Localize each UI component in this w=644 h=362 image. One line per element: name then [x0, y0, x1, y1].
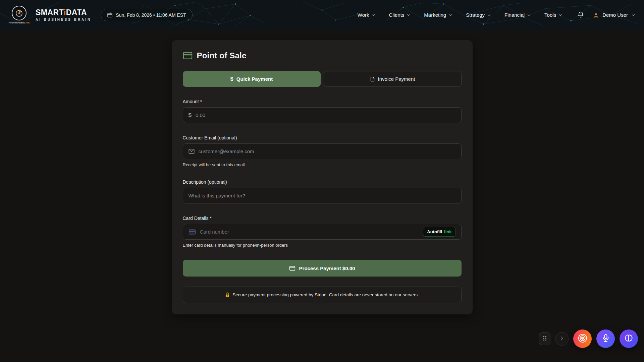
description-input-wrap: [183, 188, 462, 203]
process-payment-label: Process Payment $0.00: [299, 265, 355, 271]
target-action-button[interactable]: [573, 329, 592, 348]
page-title: Point of Sale: [197, 51, 247, 60]
card-title-row: Point of Sale: [183, 51, 462, 60]
app-logo[interactable]: PrometheanLink: [9, 6, 30, 24]
email-helper-text: Receipt will be sent to this email: [183, 162, 462, 167]
description-field-group: Description (optional): [183, 179, 462, 203]
floating-action-dock: [539, 329, 638, 348]
autofill-label: Autofill: [427, 229, 442, 234]
brain-icon: [624, 334, 633, 344]
email-input-wrap: [183, 143, 462, 159]
dollar-icon: $: [189, 112, 192, 119]
bell-icon: [577, 11, 584, 19]
nav-label: Tools: [544, 12, 556, 18]
grip-dots-icon: [543, 336, 547, 342]
user-name: Demo User: [602, 12, 628, 18]
lock-icon: [225, 292, 230, 298]
datetime-text: Sun, Feb 8, 2026 • 11:06 AM EST: [116, 12, 186, 18]
card-details-field-group: Card Details * Autofill link Enter card …: [183, 216, 462, 248]
payment-mode-tabs: $ Quick Payment Invoice Payment: [183, 71, 462, 87]
chevron-right-icon: [559, 336, 564, 342]
nav-label: Marketing: [424, 12, 446, 18]
main-content: Point of Sale $ Quick Payment Invoice Pa…: [0, 40, 644, 314]
tab-invoice-payment[interactable]: Invoice Payment: [324, 71, 462, 87]
amount-label: Amount *: [183, 99, 462, 104]
dock-collapse-button[interactable]: [555, 332, 569, 346]
chevron-down-icon: [527, 13, 531, 17]
nav-label: Strategy: [466, 12, 485, 18]
card-number-icon: [189, 229, 196, 235]
credit-card-icon: [289, 266, 296, 271]
dock-drag-handle[interactable]: [539, 333, 550, 345]
nav-item-work[interactable]: Work: [358, 12, 376, 18]
tab-label: Quick Payment: [236, 76, 273, 82]
process-payment-button[interactable]: Process Payment $0.00: [183, 260, 462, 277]
brain-action-button[interactable]: [620, 329, 638, 348]
email-field-group: Customer Email (optional) Receipt will b…: [183, 135, 462, 167]
target-icon: [578, 333, 588, 344]
chevron-down-icon: [407, 13, 411, 17]
card-details-label: Card Details *: [183, 216, 462, 221]
security-note: Secure payment processing powered by Str…: [183, 287, 462, 303]
datetime-pill: Sun, Feb 8, 2026 • 11:06 AM EST: [101, 9, 192, 21]
main-nav: Work Clients Marketing Strategy Financia…: [358, 12, 562, 18]
calendar-icon: [107, 12, 113, 18]
user-icon: [593, 12, 599, 18]
credit-card-icon: [183, 52, 193, 60]
invoice-icon: [370, 76, 375, 82]
email-label: Customer Email (optional): [183, 135, 462, 140]
customer-email-input[interactable]: [199, 148, 456, 154]
card-helper-text: Enter card details manually for phone/in…: [183, 243, 462, 248]
chevron-down-icon: [631, 13, 635, 17]
nav-label: Clients: [389, 12, 404, 18]
description-input[interactable]: [189, 193, 456, 198]
nav-item-financial[interactable]: Financial: [504, 12, 531, 18]
nav-item-tools[interactable]: Tools: [544, 12, 562, 18]
chevron-down-icon: [487, 13, 491, 17]
nav-label: Financial: [504, 12, 525, 18]
microphone-action-button[interactable]: [596, 329, 615, 348]
logo-flame-icon: [12, 6, 26, 20]
nav-item-marketing[interactable]: Marketing: [424, 12, 452, 18]
logo-caption: PrometheanLink: [9, 21, 30, 24]
point-of-sale-card: Point of Sale $ Quick Payment Invoice Pa…: [172, 40, 473, 314]
security-note-text: Secure payment processing powered by Str…: [232, 292, 419, 297]
notifications-button[interactable]: [577, 11, 584, 19]
chevron-down-icon: [371, 13, 375, 17]
amount-input[interactable]: [196, 112, 456, 118]
amount-input-wrap: $: [183, 107, 462, 123]
brand-block: SMARTiDATA AI BUSINESS BRAIN: [36, 8, 91, 22]
nav-item-clients[interactable]: Clients: [389, 12, 411, 18]
nav-item-strategy[interactable]: Strategy: [466, 12, 491, 18]
chevron-down-icon: [558, 13, 562, 17]
dollar-icon: $: [230, 76, 233, 82]
chevron-down-icon: [448, 13, 452, 17]
mail-icon: [189, 149, 195, 154]
card-number-input[interactable]: [200, 229, 419, 235]
link-brand-label: link: [444, 229, 451, 234]
user-menu[interactable]: Demo User: [593, 12, 635, 18]
amount-field-group: Amount * $: [183, 99, 462, 123]
brand-name: SMARTiDATA: [36, 8, 91, 17]
top-header: PrometheanLink SMARTiDATA AI BUSINESS BR…: [0, 0, 644, 30]
card-number-input-wrap: Autofill link: [183, 224, 462, 240]
brand-tagline: AI BUSINESS BRAIN: [36, 18, 91, 22]
tab-label: Invoice Payment: [378, 76, 415, 82]
microphone-icon: [602, 334, 610, 344]
tab-quick-payment[interactable]: $ Quick Payment: [183, 71, 321, 87]
autofill-link-button[interactable]: Autofill link: [423, 227, 455, 237]
nav-label: Work: [358, 12, 369, 18]
description-label: Description (optional): [183, 179, 462, 185]
